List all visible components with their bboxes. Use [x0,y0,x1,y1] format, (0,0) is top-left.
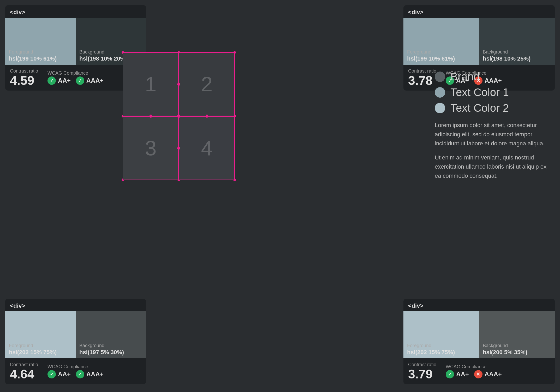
bottom-left-bg-value: hsl(197 5% 30%) [79,349,142,356]
handle-cell3-top-mid[interactable] [150,115,152,118]
card-top-left-tag: <div> [5,5,146,18]
lorem-block: Lorem ipsum dolor sit amet, consectetur … [435,121,552,180]
bottom-left-aaa-icon: ✓ [76,370,84,378]
top-left-aa-badge: ✓ AA+ [47,76,71,85]
text1-dot [435,87,445,98]
top-right-bg-swatch: Background hsl(198 10% 25%) [479,18,555,65]
top-right-swatches: Foreground hsl(199 10% 61%) Background h… [403,18,555,65]
bottom-left-contrast-label: Contrast ratio [10,362,38,367]
bottom-right-bg-swatch: Background hsl(200 5% 35%) [479,311,555,358]
top-left-contrast-value: 4.59 [10,74,38,87]
bottom-left-aaa-badge: ✓ AAA+ [76,370,104,378]
bottom-right-aaa-icon: ✕ [474,370,482,378]
legend-text2: Text Color 2 [435,102,552,114]
top-left-wcag-group: ✓ AA+ ✓ AAA+ [47,76,104,85]
top-right-bg-label: Background [483,49,551,55]
bottom-left-fg-value: hsl(202 15% 75%) [9,349,72,356]
top-left-contrast-label: Contrast ratio [10,68,38,74]
canvas-inner-grid: 1 2 3 [123,53,234,180]
top-left-aaa-icon: ✓ [76,76,84,85]
legend-text1: Text Color 1 [435,86,552,99]
bottom-left-wcag-group: ✓ AA+ ✓ AAA+ [47,370,104,378]
bottom-left-contrast-value: 4.64 [10,368,38,381]
bottom-right-contrast-value: 3.79 [408,368,436,381]
bottom-right-fg-value: hsl(202 15% 75%) [407,349,475,356]
legend-brand: Brand [435,70,552,83]
canvas-area: 1 2 3 [123,52,235,180]
text1-label: Text Color 1 [450,86,509,99]
top-left-wcag: WCAG Compliance ✓ AA+ ✓ AAA+ [47,70,104,85]
bottom-right-wcag-label: WCAG Compliance [446,364,502,370]
bottom-right-fg-swatch: Foreground hsl(202 15% 75%) [403,311,479,358]
bottom-left-wcag: WCAG Compliance ✓ AA+ ✓ AAA+ [47,364,104,378]
handle-cell4-top-left[interactable] [178,115,180,118]
top-right-fg-label: Foreground [407,49,475,55]
text2-label: Text Color 2 [450,102,509,114]
top-right-fg-value: hsl(199 10% 61%) [407,55,475,62]
bottom-left-wcag-label: WCAG Compliance [47,364,104,370]
handle-cell2-mid-left[interactable] [178,83,180,86]
top-left-contrast: Contrast ratio 4.59 [10,68,38,87]
bottom-left-fg-swatch: Foreground hsl(202 15% 75%) [5,311,76,358]
bottom-left-bg-swatch: Background hsl(197 5% 30%) [76,311,146,358]
canvas-cell-3: 3 [123,116,179,180]
card-bottom-right-tag: <div> [403,299,555,311]
brand-label: Brand [450,70,480,83]
card-top-right-tag: <div> [403,5,555,18]
top-left-aaa-badge: ✓ AAA+ [76,76,104,85]
bottom-right-wcag-group: ✓ AA+ ✕ AAA+ [446,370,502,378]
bottom-right-fg-label: Foreground [407,343,475,348]
canvas-cell-1-label: 1 [145,72,157,96]
bottom-right-aa-icon: ✓ [446,370,454,378]
canvas-grid-outer: 1 2 3 [123,52,235,180]
canvas-cell-4: 4 [179,116,234,180]
top-left-fg-swatch: Foreground hsl(199 10% 61%) [5,18,76,65]
text2-dot [435,103,445,113]
card-bottom-left-tag: <div> [5,299,146,311]
card-bottom-right: <div> Foreground hsl(202 15% 75%) Backgr… [403,299,555,384]
bottom-left-bg-label: Background [79,343,142,348]
bottom-right-aaa-label: AAA+ [485,371,502,378]
bottom-right-aaa-badge: ✕ AAA+ [474,370,502,378]
canvas-cell-4-label: 4 [201,136,213,160]
bottom-right-aa-label: AA+ [456,371,469,378]
bottom-left-aaa-label: AAA+ [86,371,104,378]
brand-dot [435,72,445,82]
top-right-fg-swatch: Foreground hsl(199 10% 61%) [403,18,479,65]
canvas-cell-1: 1 [123,53,179,116]
top-left-aa-label: AA+ [58,77,71,84]
bottom-right-contrast-label: Contrast ratio [408,362,436,367]
bottom-right-contrast: Contrast ratio 3.79 [408,362,436,381]
lorem-p1: Lorem ipsum dolor sit amet, consectetur … [435,121,552,148]
bottom-left-aa-badge: ✓ AA+ [47,370,71,378]
handle-cell4-mid-left[interactable] [178,147,180,150]
top-left-aaa-label: AAA+ [86,77,104,84]
bottom-right-swatches: Foreground hsl(202 15% 75%) Background h… [403,311,555,358]
bottom-right-bg-label: Background [483,343,551,348]
top-left-fg-label: Foreground [9,49,72,55]
top-right-bg-value: hsl(198 10% 25%) [483,55,551,62]
top-left-aa-icon: ✓ [47,76,56,85]
top-right-contrast-value: 3.78 [408,74,436,87]
canvas-cell-3-label: 3 [145,136,157,160]
bottom-right-aa-badge: ✓ AA+ [446,370,469,378]
top-right-contrast: Contrast ratio 3.78 [408,68,436,87]
lorem-p2: Ut enim ad minim veniam, quis nostrud ex… [435,153,552,181]
bottom-left-fg-label: Foreground [9,343,72,348]
bottom-right-wcag: WCAG Compliance ✓ AA+ ✕ AAA+ [446,364,502,378]
bottom-left-stats: Contrast ratio 4.64 WCAG Compliance ✓ AA… [5,358,146,384]
bottom-right-bg-value: hsl(200 5% 35%) [483,349,551,356]
right-panel: Brand Text Color 1 Text Color 2 Lorem ip… [435,70,552,180]
top-left-fg-value: hsl(199 10% 61%) [9,55,72,62]
bottom-left-aa-icon: ✓ [47,370,56,378]
top-right-contrast-label: Contrast ratio [408,68,436,74]
top-left-wcag-label: WCAG Compliance [47,70,104,76]
card-bottom-left: <div> Foreground hsl(202 15% 75%) Backgr… [5,299,146,384]
bottom-left-swatches: Foreground hsl(202 15% 75%) Background h… [5,311,146,358]
handle-cell4-top-mid[interactable] [206,115,208,118]
bottom-left-contrast: Contrast ratio 4.64 [10,362,38,381]
bottom-right-stats: Contrast ratio 3.79 WCAG Compliance ✓ AA… [403,358,555,384]
bottom-left-aa-label: AA+ [58,371,71,378]
canvas-cell-2: 2 [179,53,234,116]
canvas-cell-2-label: 2 [201,72,213,96]
